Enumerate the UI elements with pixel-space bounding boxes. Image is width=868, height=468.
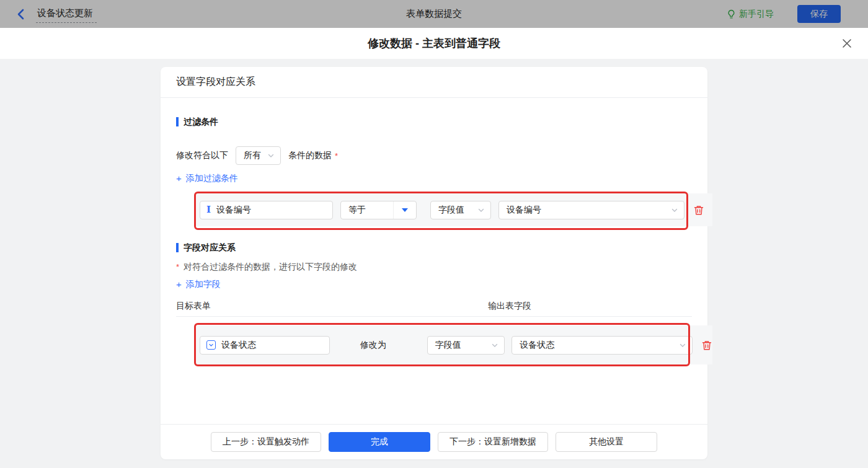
filter-field-input[interactable]: I 设备编号	[200, 201, 333, 219]
previous-step-button[interactable]: 上一步：设置触发动作	[211, 432, 321, 452]
plus-icon: +	[176, 280, 182, 289]
operator-caret-zone[interactable]	[393, 201, 416, 219]
required-asterisk: *	[176, 262, 179, 272]
add-filter-condition-link[interactable]: + 添加过滤条件	[176, 173, 238, 184]
mapping-section-title: 字段对应关系	[176, 243, 692, 252]
section-marker	[176, 117, 179, 126]
next-step-button[interactable]: 下一步：设置新增数据	[438, 432, 548, 452]
column-target-form: 目标表单	[176, 301, 211, 310]
section-marker	[176, 243, 179, 252]
required-asterisk: *	[335, 151, 338, 161]
field-mapping-card: 设置字段对应关系 过滤条件 修改符合以下 所有 条件的数据 * + 添加过滤条件	[161, 67, 707, 459]
chevron-down-icon	[267, 152, 275, 159]
match-suffix-label: 条件的数据	[288, 150, 332, 161]
output-field-select[interactable]: 设备状态	[512, 336, 693, 355]
mapping-column-headers: 目标表单 输出表字段	[176, 301, 692, 310]
modify-to-label: 修改为	[360, 340, 395, 351]
chevron-down-icon	[679, 342, 686, 349]
other-settings-button[interactable]: 其他设置	[556, 432, 657, 452]
modify-data-modal: 修改数据 - 主表到普通字段 设置字段对应关系 过滤条件 修改符合以下 所有 条…	[0, 28, 868, 468]
done-button[interactable]: 完成	[329, 432, 430, 452]
divider	[176, 316, 692, 317]
dropdown-field-icon	[206, 340, 216, 350]
add-field-link[interactable]: + 添加字段	[176, 279, 221, 290]
filter-value-select[interactable]: 设备编号	[498, 201, 684, 219]
match-condition-line: 修改符合以下 所有 条件的数据 *	[176, 146, 692, 165]
card-footer: 上一步：设置触发动作 完成 下一步：设置新增数据 其他设置	[161, 424, 707, 459]
close-icon[interactable]	[841, 37, 853, 50]
modal-header: 修改数据 - 主表到普通字段	[0, 28, 868, 59]
chevron-down-icon	[671, 206, 678, 214]
trash-icon	[701, 340, 712, 351]
mapping-note: * 对符合过滤条件的数据，进行以下字段的修改	[176, 262, 692, 272]
plus-icon: +	[176, 174, 182, 183]
modal-title: 修改数据 - 主表到普通字段	[368, 36, 500, 51]
trash-icon	[693, 205, 704, 216]
chevron-down-icon	[491, 342, 498, 349]
value-type-select[interactable]: 字段值	[427, 336, 505, 355]
caret-down-icon	[402, 208, 408, 212]
card-header-title: 设置字段对应关系	[161, 67, 707, 98]
filter-condition-row: I 设备编号 等于 字段值 设备编号	[194, 193, 712, 226]
chevron-down-icon	[477, 206, 485, 214]
target-field-input[interactable]: 设备状态	[200, 336, 330, 355]
delete-condition-button[interactable]	[693, 205, 704, 216]
operator-select[interactable]: 等于	[340, 201, 417, 219]
delete-field-button[interactable]	[701, 340, 712, 351]
text-field-icon: I	[206, 205, 211, 214]
field-mapping-row: 设备状态 修改为 字段值 设备状态	[194, 325, 712, 364]
match-mode-select[interactable]: 所有	[236, 146, 281, 165]
value-type-select[interactable]: 字段值	[430, 201, 491, 219]
match-prefix-label: 修改符合以下	[176, 150, 228, 161]
topbar-dim-overlay	[0, 0, 868, 28]
filter-section-title: 过滤条件	[176, 117, 692, 126]
column-output-field: 输出表字段	[488, 301, 531, 310]
